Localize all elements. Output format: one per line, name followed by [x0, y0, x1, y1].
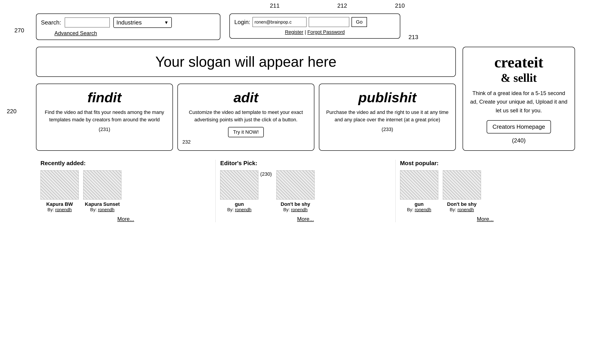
list-item: gun By: ronendh (230) [220, 170, 272, 212]
recently-added-section: Recently added: Kapura BW By: ronendh Ka… [36, 160, 216, 222]
publishit-box: publishit Purchase the video ad and the … [319, 84, 456, 151]
adit-title: adit [182, 89, 310, 105]
thumbnail-dont-be-shy-editors[interactable] [276, 170, 315, 200]
author-link-kapura-sunset[interactable]: ronendh [98, 207, 114, 212]
list-item: gun By: ronendh [400, 170, 438, 212]
thumbnail-dont-be-shy-popular[interactable] [443, 170, 481, 200]
recently-added-more-link[interactable]: More... [40, 216, 211, 222]
editors-pick-thumbnails: gun By: ronendh (230) Don't be shy By: r… [220, 170, 391, 212]
thumb-by-gun-popular: By: ronendh [400, 207, 438, 212]
author-link-gun-popular[interactable]: ronendh [415, 207, 431, 212]
login-email-input[interactable] [252, 17, 307, 27]
thumbnail-gun-editors[interactable] [220, 170, 258, 200]
industries-label: Industries [117, 19, 142, 26]
try-it-now-button[interactable]: Try it NOW! [228, 127, 264, 137]
sellit-title: & sellit [469, 71, 568, 84]
recently-added-thumbnails: Kapura BW By: ronendh Kapura Sunset By: … [40, 170, 211, 212]
register-link[interactable]: Register [285, 29, 303, 35]
editors-pick-section: Editor's Pick: gun By: ronendh (230) Don… [216, 160, 395, 222]
most-popular-thumbnails: gun By: ronendh Don't be shy By: ronendh [400, 170, 571, 212]
slogan-banner: Your slogan will appear here [36, 47, 456, 77]
thumb-by-dont-be-shy-editors: By: ronendh [276, 207, 315, 212]
login-box: Login: Go Register | Forgot Password [229, 13, 400, 39]
main-content: Your slogan will appear here findit Find… [36, 47, 575, 151]
editors-pick-more-link[interactable]: More... [220, 216, 391, 222]
publishit-title: publishit [324, 89, 451, 105]
annotation-232: 232 [182, 139, 310, 145]
annotation-220: 220 [7, 108, 16, 115]
search-label: Search: [41, 19, 61, 26]
author-link-kapura-bw[interactable]: ronendh [55, 207, 72, 212]
search-box: Search: Industries ▼ Advanced Search [36, 13, 220, 40]
thumb-title-kapura-bw: Kapura BW [40, 201, 79, 207]
annotation-211: 211 [270, 2, 280, 9]
findit-body: Find the video ad that fits your needs a… [41, 109, 168, 123]
list-item: Don't be shy By: ronendh [276, 170, 315, 212]
publishit-body: Purchase the video ad and the right to u… [324, 109, 451, 123]
advanced-search-link[interactable]: Advanced Search [54, 30, 97, 36]
link-separator: | [305, 29, 307, 35]
editors-pick-number: (230) [260, 171, 272, 177]
list-item: Kapura Sunset By: ronendh [83, 170, 121, 212]
recently-added-label: Recently added: [40, 160, 211, 167]
most-popular-more-link[interactable]: More... [400, 216, 571, 222]
thumb-by-dont-be-shy-popular: By: ronendh [443, 207, 481, 212]
annotation-213: 213 [409, 34, 418, 41]
author-link-gun-editors[interactable]: ronendh [235, 207, 251, 212]
login-label: Login: [234, 19, 250, 26]
go-button[interactable]: Go [351, 17, 367, 27]
creators-homepage-button[interactable]: Creators Homepage [487, 120, 551, 133]
thumbnail-kapura-bw[interactable] [40, 170, 79, 200]
industries-dropdown[interactable]: Industries ▼ [113, 17, 172, 28]
forgot-password-link[interactable]: Forgot Password [307, 29, 345, 35]
thumbnail-gun-popular[interactable] [400, 170, 438, 200]
three-columns: findit Find the video ad that fits your … [36, 84, 456, 151]
list-item: Kapura BW By: ronendh [40, 170, 79, 212]
dropdown-arrow-icon: ▼ [164, 20, 169, 25]
adit-body: Customize the video ad template to meet … [182, 109, 310, 123]
author-link-dont-be-shy-popular[interactable]: ronendh [457, 207, 474, 212]
thumb-title-dont-be-shy-popular: Don't be shy [443, 201, 481, 207]
publishit-number: (233) [324, 126, 451, 132]
right-sidebar: createit & sellit Think of a great idea … [462, 47, 575, 151]
login-password-input[interactable] [309, 17, 349, 27]
annotation-270: 270 [14, 27, 24, 34]
createit-body: Think of a great idea for a 5-15 second … [469, 89, 568, 115]
thumb-title-gun-editors: gun [220, 201, 258, 207]
most-popular-section: Most popular: gun By: ronendh Don't be s… [395, 160, 575, 222]
thumb-title-kapura-sunset: Kapura Sunset [83, 201, 121, 207]
most-popular-label: Most popular: [400, 160, 571, 167]
annotation-210: 210 [395, 2, 405, 9]
findit-title: findit [41, 89, 168, 105]
createit-title: createit [469, 53, 568, 71]
editors-pick-label: Editor's Pick: [220, 160, 391, 167]
author-link-dont-be-shy-editors[interactable]: ronendh [291, 207, 307, 212]
search-input[interactable] [65, 18, 110, 27]
thumb-by-kapura-sunset: By: ronendh [83, 207, 121, 212]
thumb-title-dont-be-shy-editors: Don't be shy [276, 201, 315, 207]
adit-box: adit Customize the video ad template to … [178, 84, 314, 151]
thumb-title-gun-popular: gun [400, 201, 438, 207]
findit-number: (231) [41, 126, 168, 132]
left-section: Your slogan will appear here findit Find… [36, 47, 456, 151]
list-item: Don't be shy By: ronendh [443, 170, 481, 212]
thumb-by-kapura-bw: By: ronendh [40, 207, 79, 212]
thumbnail-kapura-sunset[interactable] [83, 170, 121, 200]
annotation-212: 212 [337, 2, 347, 9]
bottom-sections: Recently added: Kapura BW By: ronendh Ka… [36, 160, 575, 222]
findit-box: findit Find the video ad that fits your … [36, 84, 173, 151]
createit-number: (240) [469, 137, 568, 144]
slogan-text: Your slogan will appear here [155, 54, 336, 70]
thumb-by-gun-editors: By: ronendh [220, 207, 258, 212]
